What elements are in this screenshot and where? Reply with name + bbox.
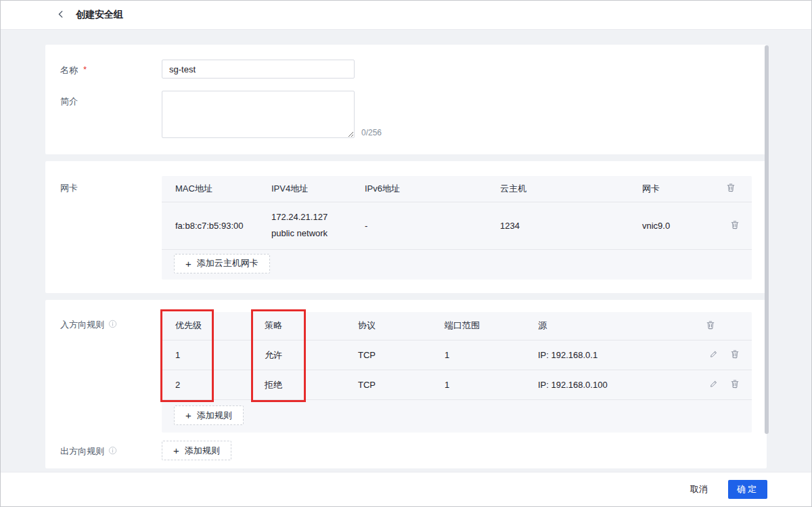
cell-ipv4: 172.24.21.127 public network bbox=[258, 202, 351, 249]
col-port-range: 端口范围 bbox=[431, 312, 524, 340]
col-priority: 优先级 bbox=[162, 312, 251, 340]
ipv4-network: public network bbox=[271, 225, 351, 242]
cell-actions bbox=[711, 202, 752, 249]
create-security-group-page: 创建安全组 名称* 简介 0/256 bbox=[0, 0, 812, 507]
inbound-table-panel: 优先级 策略 协议 端口范围 源 bbox=[162, 312, 752, 433]
outbound-label-text: 出方向规则 bbox=[60, 445, 104, 458]
delete-rule-button[interactable] bbox=[729, 348, 741, 362]
rules-card: 入方向规则 优先级 bbox=[45, 300, 767, 469]
nic-card: 网卡 MAC地址 IPV4地址 bbox=[45, 161, 767, 293]
cell-priority: 2 bbox=[162, 370, 251, 400]
col-actions bbox=[711, 176, 752, 202]
outbound-label: 出方向规则 bbox=[60, 441, 162, 460]
add-outbound-rule-label: 添加规则 bbox=[185, 445, 220, 457]
outbound-row: 出方向规则 +添加规则 bbox=[60, 441, 750, 460]
name-label: 名称* bbox=[60, 60, 162, 79]
cell-protocol: TCP bbox=[344, 370, 431, 400]
name-input[interactable] bbox=[162, 60, 355, 79]
pencil-icon bbox=[709, 380, 718, 391]
cell-mac: fa:b8:c7:b5:93:00 bbox=[162, 202, 258, 249]
name-row: 名称* bbox=[60, 60, 750, 79]
plus-icon: + bbox=[185, 410, 191, 420]
basic-info-card: 名称* 简介 0/256 bbox=[45, 45, 767, 154]
col-mac: MAC地址 bbox=[162, 176, 258, 202]
nic-table: MAC地址 IPV4地址 IPv6地址 云主机 网卡 bbox=[162, 176, 752, 250]
char-counter: 0/256 bbox=[361, 128, 382, 137]
inbound-table: 优先级 策略 协议 端口范围 源 bbox=[162, 312, 752, 401]
info-icon[interactable] bbox=[108, 319, 117, 330]
edit-rule-button[interactable] bbox=[708, 349, 719, 362]
inbound-row: 入方向规则 优先级 bbox=[60, 312, 750, 433]
col-nic: 网卡 bbox=[629, 176, 711, 202]
topbar: 创建安全组 bbox=[1, 1, 811, 30]
delete-all-nics-button[interactable] bbox=[725, 181, 737, 196]
cell-ipv6: - bbox=[351, 202, 487, 249]
cell-priority: 1 bbox=[162, 340, 251, 370]
cell-policy: 拒绝 bbox=[251, 370, 344, 400]
cell-protocol: TCP bbox=[344, 340, 431, 370]
name-control bbox=[162, 60, 355, 79]
delete-nic-button[interactable] bbox=[729, 219, 741, 233]
description-control: 0/256 bbox=[162, 91, 355, 141]
cell-actions bbox=[691, 370, 752, 400]
nic-table-row: fa:b8:c7:b5:93:00 172.24.21.127 public n… bbox=[162, 202, 752, 249]
description-textarea[interactable] bbox=[162, 91, 355, 138]
cell-policy: 允许 bbox=[251, 340, 344, 370]
col-source: 源 bbox=[524, 312, 691, 340]
trash-icon bbox=[726, 184, 736, 194]
col-host: 云主机 bbox=[487, 176, 629, 202]
inbound-label: 入方向规则 bbox=[60, 312, 162, 433]
inbound-rule-row: 2 拒绝 TCP 1 IP: 192.168.0.100 bbox=[162, 370, 752, 400]
footer-bar: 取消 确定 bbox=[1, 472, 811, 506]
delete-rule-button[interactable] bbox=[729, 378, 741, 392]
nic-row: 网卡 MAC地址 IPV4地址 bbox=[60, 176, 750, 280]
back-button[interactable] bbox=[55, 8, 67, 22]
plus-icon: + bbox=[173, 445, 179, 456]
add-nic-button-label: 添加云主机网卡 bbox=[197, 257, 258, 269]
inbound-control: 优先级 策略 协议 端口范围 源 bbox=[162, 312, 752, 433]
nic-control: MAC地址 IPV4地址 IPv6地址 云主机 网卡 bbox=[162, 176, 752, 280]
info-icon[interactable] bbox=[108, 446, 117, 457]
trash-icon bbox=[730, 380, 740, 391]
cell-actions bbox=[691, 340, 752, 370]
cell-port-range: 1 bbox=[431, 340, 524, 370]
chevron-left-icon bbox=[56, 9, 66, 21]
col-ipv6: IPv6地址 bbox=[351, 176, 487, 202]
add-outbound-rule-button[interactable]: +添加规则 bbox=[162, 441, 231, 460]
inbound-label-text: 入方向规则 bbox=[60, 319, 104, 331]
page-title: 创建安全组 bbox=[76, 9, 123, 21]
cell-port-range: 1 bbox=[431, 370, 524, 400]
vertical-scrollbar-thumb[interactable] bbox=[765, 45, 769, 434]
col-protocol: 协议 bbox=[344, 312, 431, 340]
nic-table-header-row: MAC地址 IPV4地址 IPv6地址 云主机 网卡 bbox=[162, 176, 752, 202]
name-label-text: 名称 bbox=[60, 64, 78, 76]
edit-rule-button[interactable] bbox=[708, 378, 719, 392]
description-label: 简介 bbox=[60, 91, 162, 141]
main-content: 名称* 简介 0/256 bbox=[1, 30, 811, 468]
col-policy: 策略 bbox=[251, 312, 344, 340]
add-inbound-rule-label: 添加规则 bbox=[197, 410, 232, 422]
col-ipv4: IPV4地址 bbox=[258, 176, 351, 202]
cancel-button[interactable]: 取消 bbox=[690, 483, 708, 495]
cell-host: 1234 bbox=[487, 202, 629, 249]
trash-icon bbox=[706, 322, 715, 332]
cell-source: IP: 192.168.0.100 bbox=[524, 370, 691, 400]
required-asterisk: * bbox=[83, 64, 87, 74]
inbound-rule-row: 1 允许 TCP 1 IP: 192.168.0.1 bbox=[162, 340, 752, 370]
inbound-table-header-row: 优先级 策略 协议 端口范围 源 bbox=[162, 312, 752, 340]
outbound-control: +添加规则 bbox=[162, 441, 231, 460]
delete-all-rules-button[interactable] bbox=[704, 319, 717, 333]
nic-label-text: 网卡 bbox=[60, 182, 78, 194]
add-inbound-rule-button[interactable]: +添加规则 bbox=[174, 405, 244, 425]
col-actions bbox=[691, 312, 752, 340]
add-nic-button[interactable]: +添加云主机网卡 bbox=[174, 254, 270, 273]
cell-source: IP: 192.168.0.1 bbox=[524, 340, 691, 370]
trash-icon bbox=[730, 351, 740, 361]
trash-icon bbox=[730, 221, 740, 232]
description-row: 简介 0/256 bbox=[60, 91, 750, 141]
plus-icon: + bbox=[185, 259, 191, 269]
confirm-button[interactable]: 确定 bbox=[728, 480, 767, 499]
ipv4-address: 172.24.21.127 bbox=[271, 209, 351, 225]
description-label-text: 简介 bbox=[60, 95, 78, 108]
nic-table-panel: MAC地址 IPV4地址 IPv6地址 云主机 网卡 bbox=[162, 176, 752, 280]
